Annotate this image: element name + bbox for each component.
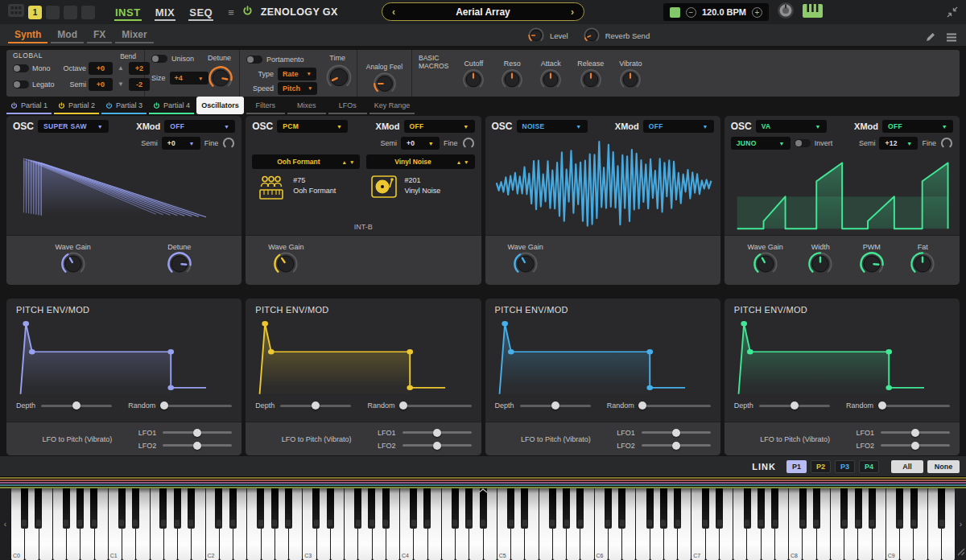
pitch-envelope-display[interactable] [13,315,235,397]
pwm-knob[interactable] [858,250,886,278]
link-p2-button[interactable]: P2 [811,460,831,473]
piano-key-black[interactable] [63,488,70,529]
piano-key-black[interactable] [813,488,820,529]
piano-key-black[interactable] [618,488,625,529]
piano-key-black[interactable] [896,488,903,529]
release-knob[interactable] [579,68,603,92]
piano-key-black[interactable] [21,488,28,529]
lfo1-slider[interactable] [402,428,472,438]
semi-dropdown[interactable]: +0▼ [162,137,200,150]
wave-gain-knob[interactable] [512,250,539,278]
lfo2-slider[interactable] [642,441,711,451]
tone-slot-3[interactable] [64,6,77,19]
piano-key-black[interactable] [410,488,417,529]
list-icon[interactable] [947,31,956,45]
tab-oscillators[interactable]: Oscillators [196,97,244,114]
portamento-toggle[interactable] [246,56,262,64]
piano-key-black[interactable] [549,488,556,529]
width-knob[interactable] [807,250,834,278]
xmod-dropdown[interactable]: OFF▼ [164,120,235,133]
wave-gain-knob[interactable] [60,250,87,278]
tab-mixes[interactable]: Mixes [287,98,326,114]
lfo1-slider[interactable] [881,428,950,438]
keyboard-scroll-left[interactable]: ‹ [0,488,10,560]
porta-type-dropdown[interactable]: Rate▼ [278,68,316,80]
semi-dropdown[interactable]: +0▼ [401,137,440,150]
octave-down-button[interactable]: ▼ [115,80,126,88]
piano-key-black[interactable] [938,488,945,529]
piano-key-black[interactable] [159,488,167,529]
tone-slot-2[interactable] [46,6,60,19]
link-p3-button[interactable]: P3 [835,460,855,473]
caret-up-icon[interactable] [478,482,488,496]
reso-knob[interactable] [500,68,524,92]
cutoff-knob[interactable] [461,68,485,92]
depth-slider[interactable] [41,401,112,410]
tab-filters[interactable]: Filters [246,98,285,114]
piano-key-black[interactable] [118,488,126,529]
piano-key-black[interactable] [716,488,723,529]
detune-knob[interactable] [166,250,193,278]
pitch-envelope-display[interactable] [731,315,953,397]
wave-gain-knob[interactable] [272,250,299,278]
pcm-wave-selector[interactable]: Ooh Formant▲▼ [252,154,360,169]
attack-knob[interactable] [539,68,563,92]
depth-slider[interactable] [280,401,351,410]
grid-icon[interactable] [8,4,24,20]
power-icon[interactable] [242,5,253,19]
piano-key-black[interactable] [674,488,681,529]
lfo1-slider[interactable] [642,428,711,438]
knob-mode-icon[interactable] [777,2,795,23]
tab-lfos[interactable]: LFOs [328,98,367,114]
piano-key-black[interactable] [215,488,222,529]
octave-up-button[interactable]: ▲ [115,64,126,72]
piano-key-black[interactable] [855,488,862,529]
reverb-send-knob[interactable] [583,27,601,44]
va-model-dropdown[interactable]: JUNO▼ [731,137,791,150]
keyboard-toggle-icon[interactable] [803,4,823,21]
piano-key-black[interactable] [312,488,320,529]
piano-key-black[interactable] [452,488,459,529]
semi-dropdown[interactable]: +12▼ [879,137,918,150]
up-arrow-icon[interactable]: ▲ [342,159,347,165]
piano-key-black[interactable] [910,488,918,529]
link-p1-button[interactable]: P1 [786,460,807,473]
unison-size-dropdown[interactable]: +4▼ [170,72,208,84]
pitch-envelope-display[interactable] [252,315,474,397]
piano-key-black[interactable] [327,488,334,529]
piano-key-black[interactable] [285,488,292,529]
preset-selector[interactable]: ‹ Aerial Array › [382,2,584,21]
piano-key-black[interactable] [702,488,709,529]
preset-prev-icon[interactable]: ‹ [392,6,395,18]
piano-key-black[interactable] [271,488,279,529]
vibrato-knob[interactable] [618,68,642,92]
tab-key-range[interactable]: Key Range [369,98,415,114]
piano-key-black[interactable] [132,488,139,529]
preset-next-icon[interactable]: › [571,6,574,18]
tab-partial-1[interactable]: Partial 1 [6,98,52,114]
lfo2-slider[interactable] [881,441,950,451]
porta-time-knob[interactable] [324,63,353,95]
random-slider[interactable] [161,401,232,410]
piano-key-black[interactable] [257,488,264,529]
tab-partial-2[interactable]: Partial 2 [54,98,99,114]
piano-key-black[interactable] [423,488,431,529]
tab-mixer[interactable]: Mixer [115,24,153,43]
fine-knob[interactable] [462,137,475,150]
osc-type-dropdown[interactable]: VA▼ [756,120,827,133]
piano-key-black[interactable] [229,488,237,529]
piano-key-black[interactable] [35,488,42,529]
piano-key-black[interactable] [76,488,84,529]
pcm-wave-selector[interactable]: Vinyl Noise▲▼ [366,154,474,169]
resize-handle-icon[interactable] [955,545,965,559]
piano-key-black[interactable] [521,488,528,529]
menu-icon[interactable]: ≡ [228,6,234,19]
osc-type-dropdown[interactable]: NOISE▼ [517,120,588,133]
fine-knob[interactable] [940,137,953,150]
pencil-icon[interactable] [926,31,935,45]
legato-toggle[interactable] [13,80,29,89]
xmod-dropdown[interactable]: OFF▼ [404,120,475,133]
down-arrow-icon[interactable]: ▼ [349,159,354,165]
piano-key-black[interactable] [188,488,195,529]
osc-type-dropdown[interactable]: SUPER SAW▼ [38,120,109,133]
